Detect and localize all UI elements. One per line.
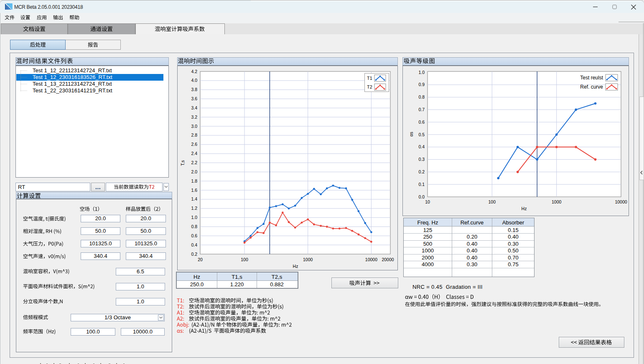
svg-text:0.6: 0.6 xyxy=(418,120,425,125)
svg-text:2.2: 2.2 xyxy=(191,160,197,165)
svg-text:3.6: 3.6 xyxy=(191,96,197,101)
svg-text:1.8: 1.8 xyxy=(191,178,197,183)
svg-text:1000: 1000 xyxy=(552,199,562,204)
svg-text:T2: T2 xyxy=(367,84,372,89)
svg-text:100: 100 xyxy=(489,199,496,204)
svg-text:0.3: 0.3 xyxy=(418,157,425,162)
svg-text:Hz: Hz xyxy=(522,206,527,211)
svg-text:0.5: 0.5 xyxy=(418,132,425,137)
svg-text:2.6: 2.6 xyxy=(191,142,197,147)
svg-text:2.0: 2.0 xyxy=(191,169,197,174)
svg-text:1.6: 1.6 xyxy=(191,188,197,193)
svg-text:0.8: 0.8 xyxy=(191,224,197,229)
svg-text:1.2: 1.2 xyxy=(191,206,197,211)
svg-text:0.9: 0.9 xyxy=(418,82,425,87)
svg-text:3.2: 3.2 xyxy=(191,115,197,120)
svg-text:Ref. curve: Ref. curve xyxy=(580,84,603,90)
svg-text:0.8: 0.8 xyxy=(418,94,425,99)
svg-text:0.2: 0.2 xyxy=(191,252,197,257)
svg-text:0.0: 0.0 xyxy=(418,194,425,199)
svg-text:10: 10 xyxy=(425,199,430,204)
svg-text:1.4: 1.4 xyxy=(191,196,197,201)
svg-text:0.6: 0.6 xyxy=(191,233,197,238)
svg-text:1000: 1000 xyxy=(303,257,313,262)
svg-text:20: 20 xyxy=(198,257,203,262)
svg-text:0.7: 0.7 xyxy=(418,107,425,112)
svg-text:Test reulst: Test reulst xyxy=(580,75,603,81)
svg-text:T1: T1 xyxy=(367,76,372,81)
svg-text:3.4: 3.4 xyxy=(191,105,197,110)
svg-text:1.0: 1.0 xyxy=(191,215,197,220)
svg-text:4.2: 4.2 xyxy=(191,69,197,74)
svg-text:2.4: 2.4 xyxy=(191,151,197,156)
svg-text:10000: 10000 xyxy=(365,257,377,262)
svg-text:T,s: T,s xyxy=(180,160,185,165)
svg-text:0.2: 0.2 xyxy=(418,169,425,174)
svg-text:20000: 20000 xyxy=(382,257,394,262)
svg-text:3.8: 3.8 xyxy=(191,87,197,92)
svg-text:4.0: 4.0 xyxy=(191,78,197,83)
svg-text:0.1: 0.1 xyxy=(418,182,425,187)
svg-text:10000: 10000 xyxy=(615,199,627,204)
svg-text:0.4: 0.4 xyxy=(191,242,197,247)
svg-text:αs: αs xyxy=(409,132,414,136)
svg-text:2.8: 2.8 xyxy=(191,132,197,137)
svg-text:3.0: 3.0 xyxy=(191,124,197,129)
svg-text:Hz: Hz xyxy=(293,264,298,269)
svg-text:1.0: 1.0 xyxy=(418,70,425,75)
svg-text:100: 100 xyxy=(241,257,248,262)
svg-text:0.4: 0.4 xyxy=(418,144,425,149)
